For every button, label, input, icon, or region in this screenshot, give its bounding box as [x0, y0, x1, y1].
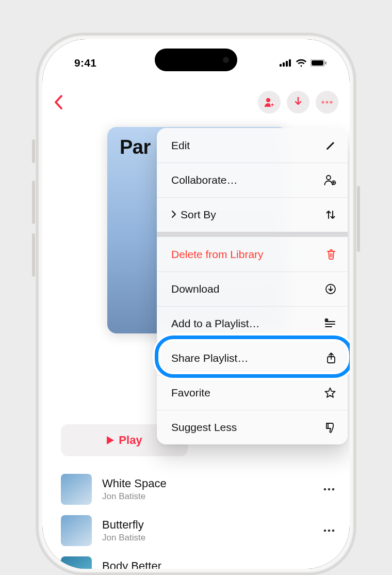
svg-point-21: [326, 175, 331, 180]
track-artist: Jon Batiste: [102, 491, 320, 502]
more-button[interactable]: [316, 91, 338, 114]
svg-point-17: [332, 530, 335, 532]
menu-delete[interactable]: Delete from Library: [157, 237, 348, 271]
svg-point-15: [324, 530, 326, 532]
svg-point-16: [328, 530, 331, 532]
svg-rect-5: [312, 60, 323, 66]
download-button[interactable]: [287, 91, 309, 114]
track-artwork: [61, 556, 92, 569]
play-icon: [106, 436, 115, 445]
svg-point-12: [324, 488, 326, 491]
track-more-button[interactable]: [320, 529, 338, 532]
menu-label: Favorite: [171, 387, 210, 399]
nav-bar: [42, 86, 350, 119]
menu-download[interactable]: Download: [157, 271, 348, 306]
menu-label: Download: [171, 283, 219, 295]
phone-side-button: [357, 186, 360, 252]
share-icon: [321, 352, 336, 364]
cellular-icon: [280, 59, 292, 67]
menu-favorite[interactable]: Favorite: [157, 375, 348, 410]
track-list: White Space Jon Batiste Butterfly Jon Ba…: [42, 469, 350, 569]
track-title: Butterfly: [102, 518, 320, 532]
status-time: 9:41: [74, 57, 96, 69]
phone-volume-down: [32, 233, 35, 277]
sort-icon: [321, 209, 336, 220]
svg-rect-0: [280, 64, 282, 67]
menu-label: Edit: [171, 139, 190, 152]
menu-suggest-less[interactable]: Suggest Less: [157, 410, 348, 444]
battery-icon: [311, 59, 327, 67]
play-label: Play: [119, 434, 142, 447]
svg-point-9: [321, 101, 324, 103]
list-item[interactable]: White Space Jon Batiste: [61, 469, 338, 510]
status-bar: 9:41: [42, 39, 350, 76]
svg-point-14: [332, 488, 335, 491]
person-add-icon: [321, 174, 336, 186]
thumbs-down-icon: [321, 421, 336, 434]
track-more-button[interactable]: [320, 488, 338, 491]
phone-silent-switch: [32, 139, 35, 163]
menu-add-to-playlist[interactable]: Add to a Playlist…: [157, 306, 348, 341]
menu-separator: [157, 232, 348, 237]
menu-share-playlist[interactable]: Share Playlist…: [157, 341, 348, 375]
wifi-icon: [296, 59, 307, 67]
track-artwork: [61, 474, 92, 505]
svg-point-11: [330, 101, 332, 103]
track-title: Body Better: [102, 560, 320, 569]
phone-volume-up: [32, 181, 35, 224]
svg-point-13: [328, 488, 331, 491]
back-button[interactable]: [54, 94, 63, 110]
menu-collaborate[interactable]: Collaborate…: [157, 163, 348, 197]
download-circle-icon: [321, 283, 336, 295]
star-icon: [321, 387, 336, 399]
app-screen: 9:41: [42, 39, 350, 569]
menu-label: Share Playlist…: [171, 352, 248, 364]
track-title: White Space: [102, 477, 320, 490]
phone-frame: 9:41: [36, 33, 356, 575]
svg-point-10: [325, 101, 328, 103]
menu-label: Collaborate…: [171, 174, 237, 186]
trash-icon: [321, 249, 336, 260]
chevron-right-icon: [171, 209, 176, 221]
menu-label: Delete from Library: [171, 248, 264, 261]
track-artwork: [61, 515, 92, 546]
add-collaborator-button[interactable]: [258, 91, 281, 114]
menu-label: Add to a Playlist…: [171, 317, 260, 330]
list-item[interactable]: Body Better Maisie Peters: [61, 551, 338, 569]
context-menu: Edit Collaborate…: [157, 128, 348, 444]
menu-sort-by[interactable]: Sort By: [157, 197, 348, 232]
menu-label: Suggest Less: [171, 421, 237, 434]
svg-rect-1: [283, 62, 285, 67]
add-to-list-icon: [321, 318, 336, 329]
svg-point-7: [266, 98, 270, 102]
list-item[interactable]: Butterfly Jon Batiste: [61, 510, 338, 551]
pencil-icon: [321, 140, 336, 151]
svg-rect-6: [325, 61, 326, 65]
menu-label: Sort By: [181, 209, 216, 221]
svg-rect-3: [289, 59, 291, 67]
track-artist: Jon Batiste: [102, 533, 320, 543]
menu-edit[interactable]: Edit: [157, 128, 348, 163]
svg-rect-2: [286, 61, 288, 67]
